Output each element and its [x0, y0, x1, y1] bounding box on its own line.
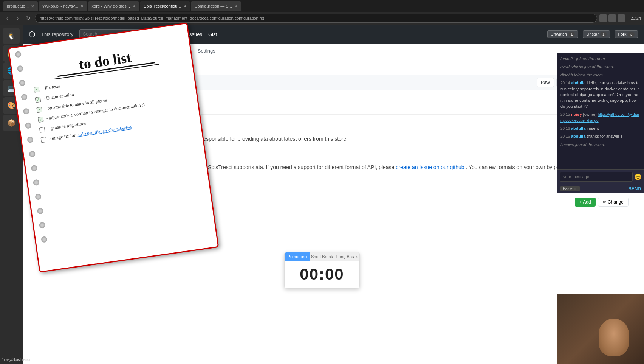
todo-overlay: to do list ✓ - Fix tests ✓ - Documentati…	[8, 23, 219, 273]
watch-button[interactable]: Unwatch 1	[547, 30, 578, 38]
pomo-tab-long[interactable]: Long Break	[334, 252, 359, 261]
webcam-overlay	[557, 294, 644, 364]
star-button[interactable]: Unstar 1	[583, 30, 610, 38]
tab-3-close[interactable]: ✕	[132, 4, 135, 8]
browser-chrome: product.to... ✕ Wykop.pl - newsy... ✕ xo…	[0, 0, 644, 25]
chat-text-3: i use it	[587, 126, 599, 131]
extension-icon[interactable]	[608, 14, 616, 22]
menu-icon[interactable]	[618, 14, 625, 22]
header-right: Unwatch 1 Unstar 1 Fork 3	[547, 30, 638, 38]
chat-msg-2: 20:15 noisy [owner] https://github.com/p…	[560, 112, 641, 123]
chat-panel: lenka21 joined the room. azadaz555e join…	[557, 53, 644, 193]
tab-5-close[interactable]: ✕	[234, 4, 237, 8]
star-count: 1	[600, 32, 607, 37]
todo-check-6[interactable]	[40, 137, 46, 143]
watch-label: Unwatch	[551, 32, 567, 36]
tab-settings[interactable]: Settings	[193, 45, 220, 58]
spiral-11	[35, 193, 42, 200]
chat-footer: Pastebin SEND	[557, 184, 644, 193]
chat-user-noisy: noisy	[571, 112, 582, 117]
todo-check-4[interactable]: ✓	[38, 117, 44, 123]
emoji-button[interactable]: 😊	[634, 173, 642, 180]
chat-message-input[interactable]	[560, 172, 633, 182]
spiral-10	[33, 179, 40, 186]
chat-messages: lenka21 joined the room. azadaz555e join…	[557, 53, 644, 169]
pastebin-button[interactable]: Pastebin	[560, 186, 580, 191]
fork-count: 3	[628, 32, 635, 37]
todo-notebook: to do list ✓ - Fix tests ✓ - Documentati…	[8, 23, 219, 273]
chat-join-1: lenka21 joined the room.	[560, 56, 641, 62]
tab-3[interactable]: xorg - Why do thes... ✕	[88, 1, 139, 11]
spiral-3	[19, 79, 26, 86]
tab-2-close[interactable]: ✕	[80, 4, 84, 8]
reload-button[interactable]: ↻	[24, 14, 33, 22]
spiral-2	[17, 65, 24, 72]
time-display: 20:24	[630, 16, 641, 20]
todo-check-5[interactable]	[39, 127, 45, 133]
tab-4[interactable]: SpisTresci/configu... ✕	[140, 1, 190, 11]
pomo-tabs: Pomodoro Short Break Long Break	[285, 252, 359, 261]
chat-user-abdulla3: abdulla	[571, 134, 586, 138]
tab-5[interactable]: Configuration — S... ✕	[191, 1, 241, 11]
spiral-14	[41, 236, 48, 243]
todo-text-2: - Documentation	[43, 91, 74, 102]
raw-button[interactable]: Raw	[537, 78, 554, 87]
status-text: /noisy/SpisTresci	[2, 358, 30, 362]
tab-1[interactable]: product.to... ✕	[3, 1, 38, 11]
chat-input-area: 😊	[557, 169, 644, 184]
todo-check-1[interactable]: ✓	[34, 87, 40, 93]
url-text: https://github.com/noisy/SpisTresci/blob…	[40, 16, 264, 20]
spiral-12	[37, 208, 43, 215]
issues-link[interactable]: Issues	[188, 31, 202, 37]
url-bar[interactable]: https://github.com/noisy/SpisTresci/blob…	[35, 14, 597, 23]
chat-join-3: dinohh joined the room.	[560, 72, 641, 78]
ds-link[interactable]: create an Issue on our github	[396, 164, 464, 170]
chat-text-4: thanks for answer )	[587, 134, 622, 138]
bookmark-icon[interactable]	[599, 14, 607, 22]
tab-2-label: Wykop.pl - newsy...	[42, 4, 78, 8]
tab-3-label: xorg - Why do thes...	[92, 4, 130, 8]
todo-text-5: - generate migrations	[47, 120, 86, 132]
tab-2[interactable]: Wykop.pl - newsy... ✕	[39, 1, 87, 11]
sidebar-icon-1[interactable]: 🐧	[3, 28, 20, 44]
chat-join-4: llexows joined the room.	[560, 142, 641, 148]
star-label: Unstar	[586, 32, 598, 36]
webcam-face	[557, 294, 644, 364]
tab-1-label: product.to...	[7, 4, 29, 8]
chat-user-abdulla2: abdulla	[571, 126, 586, 131]
change-button[interactable]: ✏ Change	[598, 198, 629, 207]
spiral-1	[15, 51, 22, 58]
watch-count: 1	[568, 32, 575, 37]
todo-text-1: - Fix tests	[42, 83, 60, 92]
chat-msg-4: 20:16 abdulla thanks for answer )	[560, 134, 641, 139]
back-button[interactable]: ‹	[3, 14, 11, 22]
fork-label: Fork	[618, 32, 626, 36]
tab-5-label: Configuration — S...	[195, 4, 232, 8]
todo-check-3[interactable]: ✓	[36, 107, 42, 113]
pomo-tab-short[interactable]: Short Break	[310, 252, 334, 261]
datasource-actions: + Add ✏ Change	[575, 198, 629, 207]
tab-bar: product.to... ✕ Wykop.pl - newsy... ✕ xo…	[0, 0, 644, 12]
forward-button[interactable]: ›	[14, 14, 22, 22]
chat-msg-1: 20:14 abdulla Hello, can you advise how …	[560, 80, 641, 109]
send-button[interactable]: SEND	[629, 186, 641, 191]
github-logo: ⬡	[29, 30, 35, 39]
address-bar: ‹ › ↻ https://github.com/noisy/SpisTresc…	[0, 12, 644, 24]
repo-name-label: This repository	[41, 31, 73, 37]
spiral-9	[31, 165, 38, 172]
spiral-4	[21, 93, 28, 100]
tab-4-close[interactable]: ✕	[183, 4, 186, 8]
todo-check-2[interactable]: ✓	[35, 96, 41, 103]
pomodoro-timer: Pomodoro Short Break Long Break 00:00	[284, 252, 360, 288]
toolbar-icons	[599, 14, 625, 22]
add-button[interactable]: + Add	[575, 198, 596, 207]
tab-settings-label: Settings	[198, 48, 215, 54]
fork-button[interactable]: Fork 3	[615, 30, 638, 38]
status-bar: /noisy/SpisTresci	[0, 355, 23, 364]
tab-1-close[interactable]: ✕	[31, 4, 34, 8]
pomo-timer-display: 00:00	[285, 261, 359, 288]
gist-link[interactable]: Gist	[208, 31, 217, 37]
pomo-tab-pomodoro[interactable]: Pomodoro	[285, 252, 310, 261]
chat-msg-3: 20:16 abdulla i use it	[560, 126, 641, 131]
spiral-5	[23, 108, 29, 115]
